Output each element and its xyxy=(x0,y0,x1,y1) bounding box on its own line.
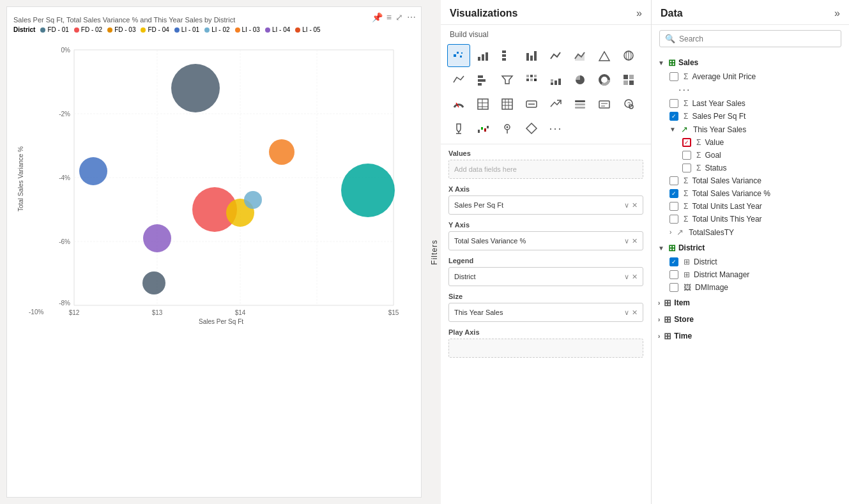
tree-item-goal[interactable]: Σ Goal xyxy=(652,149,849,162)
sales-per-sq-ft-checkbox[interactable]: ✓ xyxy=(669,112,678,121)
bubble-fd01[interactable] xyxy=(171,64,220,112)
data-panel-expand[interactable]: » xyxy=(834,8,840,19)
viz-icon-stacked[interactable] xyxy=(544,68,567,91)
size-controls[interactable]: ∨ ✕ xyxy=(624,309,638,317)
total-units-this-year-checkbox[interactable] xyxy=(669,215,678,224)
viz-icon-bar[interactable] xyxy=(471,44,494,67)
district-manager-checkbox[interactable] xyxy=(669,270,678,279)
legend-chevron[interactable]: ∨ xyxy=(624,273,629,281)
viz-icon-treemap[interactable] xyxy=(617,68,640,91)
viz-icon-slicer[interactable] xyxy=(569,93,592,116)
viz-panel-expand[interactable]: » xyxy=(636,8,642,19)
avg-unit-price-checkbox[interactable] xyxy=(669,72,678,81)
tree-item-status[interactable]: Σ Status xyxy=(652,162,849,174)
viz-icon-qanda[interactable]: ? xyxy=(617,93,640,116)
pin-icon[interactable]: 📌 xyxy=(372,12,383,22)
viz-icon-mountain[interactable] xyxy=(593,44,616,67)
tree-group-district-header[interactable]: ▼ ⊞ District xyxy=(652,240,849,256)
bubble-li03[interactable] xyxy=(142,271,165,294)
viz-icon-textbox[interactable] xyxy=(593,93,616,116)
this-year-sales-chevron[interactable]: ▼ xyxy=(669,126,676,133)
viz-icon-column[interactable] xyxy=(496,44,519,67)
options-icon[interactable]: ⋯ xyxy=(407,12,416,22)
dmimage-checkbox[interactable] xyxy=(669,283,678,292)
legend-remove[interactable]: ✕ xyxy=(632,273,638,281)
viz-icon-donut[interactable] xyxy=(593,68,616,91)
viz-icon-combo[interactable] xyxy=(569,44,592,67)
district-checkbox[interactable]: ✓ xyxy=(669,257,678,266)
viz-icon-pie[interactable] xyxy=(569,68,592,91)
goal-checkbox[interactable] xyxy=(682,151,691,160)
y-axis-chevron[interactable]: ∨ xyxy=(624,237,629,245)
search-box[interactable]: 🔍 xyxy=(659,30,841,47)
y-axis-remove[interactable]: ✕ xyxy=(632,237,638,245)
value-checkbox[interactable]: ✓ xyxy=(682,138,691,147)
x-axis-remove[interactable]: ✕ xyxy=(632,201,638,210)
legend-controls[interactable]: ∨ ✕ xyxy=(624,273,638,281)
size-chevron[interactable]: ∨ xyxy=(624,309,629,317)
tree-item-dmimage[interactable]: 🖼 DMImage xyxy=(652,281,849,294)
tree-item-avg-unit-price[interactable]: Σ Average Unit Price xyxy=(652,70,849,83)
total-sales-variance-checkbox[interactable] xyxy=(669,176,678,185)
viz-icon-matrix[interactable] xyxy=(496,93,519,116)
viz-icon-table[interactable] xyxy=(471,93,494,116)
svg-rect-55 xyxy=(623,80,628,85)
tree-item-total-sales-variance[interactable]: Σ Total Sales Variance xyxy=(652,174,849,187)
x-axis-well-box[interactable]: Sales Per Sq Ft ∨ ✕ xyxy=(448,195,643,215)
more-icon[interactable]: ≡ xyxy=(386,12,392,22)
search-input[interactable] xyxy=(679,34,836,43)
tree-group-time-header[interactable]: › ⊞ Time xyxy=(652,328,849,344)
play-axis-well-box[interactable] xyxy=(448,339,643,358)
bubble-li01[interactable] xyxy=(79,157,107,185)
values-well-box[interactable]: Add data fields here xyxy=(448,160,643,179)
total-units-last-year-checkbox[interactable] xyxy=(669,202,678,211)
viz-icon-line2[interactable] xyxy=(447,68,470,91)
viz-icon-scatter[interactable] xyxy=(447,44,470,67)
tree-item-total-sales-ty[interactable]: › ↗ TotalSalesTY xyxy=(652,225,849,239)
tree-item-this-year-sales[interactable]: ▼ ↗ This Year Sales xyxy=(652,123,849,136)
district-item-icon: ⊞ xyxy=(684,257,690,266)
x-axis-chevron[interactable]: ∨ xyxy=(624,201,629,210)
tree-group-item-header[interactable]: › ⊞ Item xyxy=(652,295,849,310)
y-axis-controls[interactable]: ∨ ✕ xyxy=(624,237,638,245)
viz-icon-line[interactable] xyxy=(520,44,543,67)
status-checkbox[interactable] xyxy=(682,164,691,172)
expand-icon[interactable]: ⤢ xyxy=(395,12,403,22)
viz-icon-heatmap[interactable] xyxy=(520,68,543,91)
total-sales-variance-pct-checkbox[interactable]: ✓ xyxy=(669,189,678,198)
bubble-li02[interactable] xyxy=(244,191,262,209)
viz-icon-bar2[interactable] xyxy=(471,68,494,91)
viz-icon-waterfall[interactable] xyxy=(471,117,494,140)
viz-icon-area[interactable] xyxy=(544,44,567,67)
tree-item-total-units-last-year[interactable]: Σ Total Units Last Year xyxy=(652,200,849,213)
viz-icon-kpi[interactable] xyxy=(544,93,567,116)
size-well-box[interactable]: This Year Sales ∨ ✕ xyxy=(448,303,643,322)
viz-icon-map[interactable] xyxy=(617,44,640,67)
legend-well-box[interactable]: District ∨ ✕ xyxy=(448,267,643,286)
total-sales-ty-chevron[interactable]: › xyxy=(669,229,671,236)
last-year-sales-checkbox[interactable] xyxy=(669,99,678,108)
viz-icon-mappin[interactable] xyxy=(496,117,519,140)
bubble-li05[interactable] xyxy=(341,164,395,217)
tree-item-sales-per-sq-ft[interactable]: ✓ Σ Sales Per Sq Ft xyxy=(652,110,849,123)
tree-group-store-header[interactable]: › ⊞ Store xyxy=(652,312,849,327)
tree-item-total-units-this-year[interactable]: Σ Total Units This Year xyxy=(652,213,849,225)
bubble-fd03[interactable] xyxy=(269,139,294,165)
tree-item-total-sales-variance-pct[interactable]: ✓ Σ Total Sales Variance % xyxy=(652,187,849,200)
viz-icon-more[interactable]: ··· xyxy=(544,117,567,140)
x-axis-controls[interactable]: ∨ ✕ xyxy=(624,201,638,210)
tree-item-value[interactable]: ✓ Σ Value xyxy=(652,136,849,149)
viz-icon-gauge[interactable] xyxy=(447,93,470,116)
size-remove[interactable]: ✕ xyxy=(632,309,638,317)
y-axis-well-box[interactable]: Total Sales Variance % ∨ ✕ xyxy=(448,231,643,250)
tree-group-sales-header[interactable]: ▼ ⊞ Sales xyxy=(652,55,849,70)
bubble-li04[interactable] xyxy=(143,224,171,252)
tree-item-last-year-sales[interactable]: Σ Last Year Sales xyxy=(652,97,849,110)
tree-item-district[interactable]: ✓ ⊞ District xyxy=(652,256,849,268)
svg-rect-53 xyxy=(623,75,628,79)
viz-icon-trophy[interactable] xyxy=(447,117,470,140)
viz-icon-card[interactable] xyxy=(520,93,543,116)
tree-item-district-manager[interactable]: ⊞ District Manager xyxy=(652,268,849,281)
viz-icon-funnel[interactable] xyxy=(496,68,519,91)
viz-icon-diamond[interactable] xyxy=(520,117,543,140)
